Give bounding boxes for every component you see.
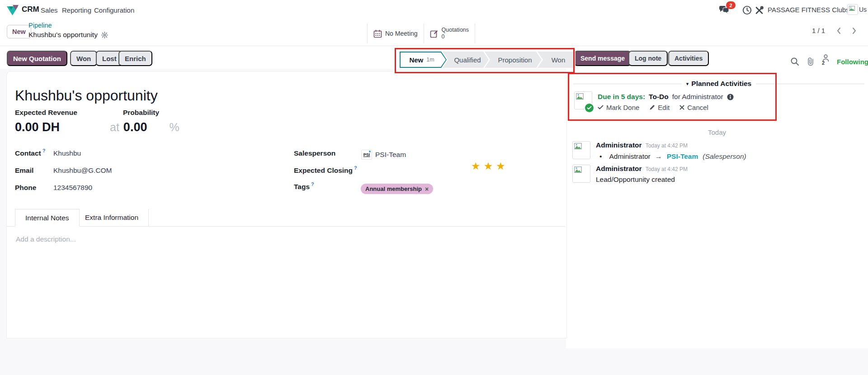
enrich-button[interactable]: Enrich <box>118 51 152 66</box>
log-note-button[interactable]: Log note <box>628 51 668 66</box>
divider <box>756 84 864 84</box>
odoo-apps-logo[interactable] <box>6 4 19 16</box>
breadcrumb: Khushbu's opportunity <box>28 31 108 39</box>
message-body: Lead/Opportunity created <box>596 176 675 184</box>
calendar-icon <box>373 29 382 38</box>
menu-configuration[interactable]: Configuration <box>94 6 134 14</box>
send-message-button[interactable]: Send message <box>574 51 631 66</box>
stage-won[interactable]: Won <box>538 52 576 68</box>
expected-revenue-value[interactable]: 0.00 DH <box>15 120 60 134</box>
pager-value[interactable]: 1 / 1 <box>812 27 825 34</box>
app-name[interactable]: CRM <box>22 5 39 14</box>
message-timestamp: Today at 4:42 PM <box>646 142 688 149</box>
stage-qualified[interactable]: Qualified <box>443 52 489 68</box>
priority-star-2[interactable]: ★ <box>484 161 493 171</box>
message-author[interactable]: Administrator <box>596 141 642 149</box>
activities-clock-icon[interactable] <box>742 5 752 15</box>
salesperson-label: Salesperson <box>294 149 335 157</box>
message-count-badge: 2 <box>726 1 736 9</box>
activity-type: To-Do <box>649 93 669 101</box>
no-meeting-label: No Meeting <box>385 30 418 37</box>
breadcrumb-pipeline-link[interactable]: Pipeline <box>28 22 52 29</box>
pencil-icon <box>649 104 655 110</box>
divider <box>0 46 868 46</box>
tracking-new-value: PSI-Team <box>667 152 698 161</box>
new-record-button[interactable]: New <box>7 25 31 38</box>
tags-help-icon[interactable]: ? <box>311 181 314 187</box>
priority-star-1[interactable]: ★ <box>471 161 481 171</box>
company-name[interactable]: PASSAGE FITNESS Clubs <box>768 6 849 14</box>
won-button[interactable]: Won <box>70 51 97 66</box>
chevron-down-icon: ▾ <box>686 81 689 87</box>
breadcrumb-current: Khushbu's opportunity <box>28 31 98 39</box>
gear-icon[interactable] <box>101 32 108 38</box>
quotations-stat-button[interactable]: Quotations 0 <box>424 24 475 43</box>
stage-new[interactable]: New 1m <box>400 52 447 68</box>
tracking-old-value: Administrator <box>609 152 650 161</box>
user-menu[interactable]: Us <box>847 4 868 15</box>
contact-value[interactable]: Khushbu <box>53 149 81 157</box>
divider <box>573 84 682 84</box>
x-icon <box>679 105 684 110</box>
priority-widget: ★ ★ ★ <box>471 161 505 171</box>
opportunity-title[interactable]: Khushbu's opportunity <box>15 87 158 104</box>
form-sheet <box>6 71 567 338</box>
cancel-activity-button[interactable]: Cancel <box>679 104 708 111</box>
probability-unit: % <box>169 121 179 134</box>
probability-label: Probability <box>123 109 159 117</box>
notebook-tabs: Internal Notes Extra Information <box>7 209 566 227</box>
tag-remove-icon[interactable]: × <box>425 186 429 192</box>
email-value[interactable]: Khushbu@G.COM <box>53 166 112 175</box>
stage-new-label: New <box>409 56 423 64</box>
tab-extra-information[interactable]: Extra Information <box>75 209 149 226</box>
following-button[interactable]: Following <box>837 58 868 66</box>
stat-buttons: No Meeting Quotations 0 <box>367 24 475 43</box>
probability-prefix: at <box>110 121 119 134</box>
description-placeholder[interactable]: Add a description... <box>16 235 76 243</box>
user-avatar-broken-image-icon <box>847 4 858 15</box>
mark-done-button[interactable]: Mark Done <box>598 104 639 111</box>
date-divider: Today <box>566 128 868 136</box>
tags-label: Tags? <box>294 183 314 191</box>
followers-icon[interactable]: 2 <box>822 53 830 70</box>
probability-field[interactable]: at 0.00 % <box>110 120 179 134</box>
activity-assignee: for Administrator <box>672 93 723 101</box>
salesperson-team-logo: PSI <box>361 150 372 160</box>
bullet-icon: • <box>599 152 602 161</box>
stage-new-duration: 1m <box>426 57 434 63</box>
contact-label: Contact? <box>15 149 45 157</box>
topbar: CRM Sales Reporting Configuration 2 PASS… <box>0 0 868 21</box>
expected-closing-help-icon[interactable]: ? <box>354 165 357 171</box>
tracking-field-name: (Salesperson) <box>703 152 746 161</box>
tab-internal-notes[interactable]: Internal Notes <box>15 209 80 227</box>
activity-done-badge-icon[interactable] <box>584 103 594 113</box>
activity-summary: Due in 5 days: To-Do for Administrator <box>598 93 734 101</box>
expected-closing-label: Expected Closing? <box>294 166 357 175</box>
quotation-icon <box>430 29 439 38</box>
message-author[interactable]: Administrator <box>596 165 642 173</box>
search-message-icon[interactable] <box>790 57 799 66</box>
priority-star-3[interactable]: ★ <box>496 161 505 171</box>
menu-sales[interactable]: Sales <box>41 6 58 14</box>
meeting-stat-button[interactable]: No Meeting <box>367 24 424 43</box>
pager-previous-icon[interactable] <box>835 26 842 35</box>
tag-annual-membership[interactable]: Annual membership × <box>361 184 433 194</box>
follower-count: 2 <box>822 60 825 66</box>
crm-opportunity-page: CRM Sales Reporting Configuration 2 PASS… <box>0 0 868 375</box>
activities-button[interactable]: Activities <box>668 51 709 66</box>
contact-help-icon[interactable]: ? <box>42 148 46 153</box>
planned-activities-header[interactable]: ▾ Planned Activities <box>573 80 864 88</box>
phone-value[interactable]: 1234567890 <box>53 184 92 192</box>
attachment-icon[interactable] <box>807 57 815 66</box>
message-header: Administrator Today at 4:42 PM <box>596 165 688 173</box>
info-icon[interactable] <box>727 94 734 100</box>
stage-proposition[interactable]: Proposition <box>485 52 542 68</box>
new-quotation-button[interactable]: New Quotation <box>7 51 67 66</box>
developer-tools-icon[interactable] <box>755 5 764 15</box>
expected-closing-value[interactable] <box>361 166 442 176</box>
user-avatar-alt-text: Us <box>859 6 867 13</box>
menu-reporting[interactable]: Reporting <box>62 6 91 14</box>
pager-next-icon[interactable] <box>851 26 858 35</box>
edit-activity-button[interactable]: Edit <box>649 104 670 111</box>
salesperson-value[interactable]: PSI PSI-Team <box>361 150 406 160</box>
